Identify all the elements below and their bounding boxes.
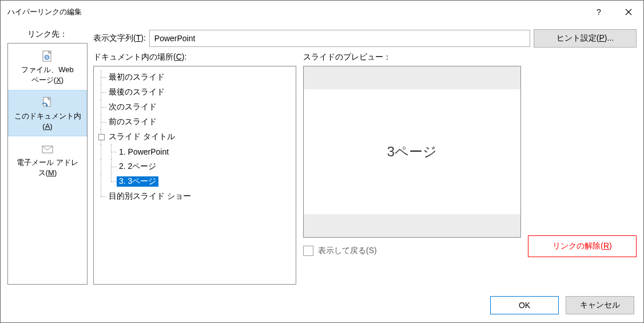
- sidebar-item-label: ファイル、Web ページ(X): [11, 65, 84, 85]
- sidebar-item-file-web[interactable]: ファイル、Web ページ(X): [8, 44, 87, 90]
- preview-label: スライドのプレビュー：: [303, 52, 521, 62]
- screen-tip-button[interactable]: ヒント設定(P)...: [534, 29, 637, 48]
- titlebar: ハイパーリンクの編集 ?: [1, 1, 643, 23]
- location-tree[interactable]: 最初のスライド 最後のスライド 次のスライド 前のスライド スライド タイトル …: [93, 66, 296, 285]
- show-and-return-row: 表示して戻る(S): [303, 246, 521, 256]
- show-and-return-label: 表示して戻る(S): [318, 246, 377, 256]
- close-button[interactable]: [614, 1, 643, 23]
- tree-item-first-slide[interactable]: 最初のスライド: [96, 70, 293, 85]
- right-button-column: リンクの解除(R): [528, 52, 637, 285]
- cancel-button[interactable]: キャンセル: [566, 296, 634, 314]
- document-icon: [11, 96, 84, 109]
- display-text-row: 表示文字列(T): ヒント設定(P)...: [93, 29, 637, 48]
- file-web-icon: [11, 50, 84, 62]
- sidebar-column: リンク先： ファイル、Web ページ(X) このド: [7, 29, 88, 285]
- tree-item-prev-slide[interactable]: 前のスライド: [96, 115, 293, 129]
- close-icon: [625, 9, 632, 15]
- dialog-footer: OK キャンセル: [1, 292, 643, 322]
- slide-preview: 3ページ: [303, 66, 521, 238]
- tree-group-custom-shows[interactable]: 目的別スライド ショー: [96, 189, 293, 204]
- slide-canvas: 3ページ: [304, 66, 520, 237]
- display-text-input[interactable]: [149, 30, 530, 47]
- edit-hyperlink-dialog: ハイパーリンクの編集 ? リンク先： ファイル、Web ページ(X): [0, 0, 644, 323]
- sidebar-item-label: 電子メール アドレ ス(M): [11, 157, 84, 178]
- sidebar-item-label: このドキュメント内 (A): [11, 111, 84, 131]
- tree-item-next-slide[interactable]: 次のスライド: [96, 100, 293, 115]
- show-and-return-checkbox[interactable]: [303, 246, 313, 256]
- display-text-label: 表示文字列(T):: [93, 33, 146, 44]
- location-column: ドキュメント内の場所(C): 最初のスライド 最後のスライド 次のスライド 前の…: [93, 52, 296, 285]
- sidebar-item-email[interactable]: 電子メール アドレ ス(M): [8, 136, 87, 183]
- slide-body-text: 3ページ: [304, 89, 520, 214]
- preview-column: スライドのプレビュー： 3ページ 表示して戻る(S): [303, 52, 521, 285]
- tree-item-slide-3[interactable]: 3. 3ページ: [96, 174, 293, 189]
- tree-item-slide-2[interactable]: 2. 2ページ: [96, 159, 293, 174]
- tree-group-slide-titles[interactable]: スライド タイトル: [96, 129, 293, 144]
- tree-item-slide-1[interactable]: 1. PowerPoint: [96, 144, 293, 159]
- dialog-body: リンク先： ファイル、Web ページ(X) このド: [1, 23, 643, 292]
- sidebar-label: リンク先：: [7, 29, 88, 40]
- help-button[interactable]: ?: [584, 1, 614, 23]
- sidebar-item-this-document[interactable]: このドキュメント内 (A): [8, 90, 87, 136]
- slide-title-placeholder: [304, 66, 520, 89]
- location-label: ドキュメント内の場所(C):: [93, 52, 296, 62]
- dialog-title: ハイパーリンクの編集: [7, 7, 584, 17]
- main-area: 表示文字列(T): ヒント設定(P)... ドキュメント内の場所(C): 最初の…: [93, 29, 637, 285]
- ok-button[interactable]: OK: [490, 296, 559, 314]
- columns: ドキュメント内の場所(C): 最初のスライド 最後のスライド 次のスライド 前の…: [93, 52, 637, 285]
- link-to-sidebar: ファイル、Web ページ(X) このドキュメント内 (A): [7, 43, 88, 285]
- tree-item-last-slide[interactable]: 最後のスライド: [96, 85, 293, 100]
- remove-link-button[interactable]: リンクの解除(R): [528, 235, 637, 257]
- slide-footer-placeholder: [304, 214, 520, 237]
- email-icon: [11, 143, 84, 155]
